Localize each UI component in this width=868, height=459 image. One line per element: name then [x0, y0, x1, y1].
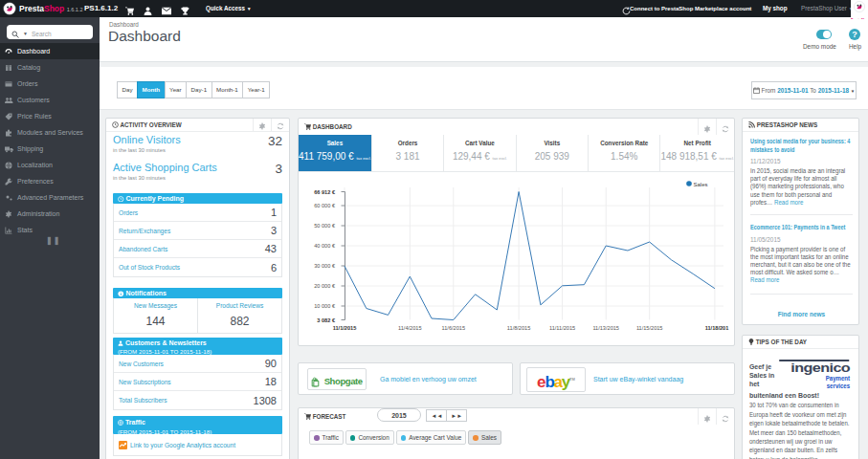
svg-text:3 082 €: 3 082 €	[317, 317, 336, 323]
svg-text:11/15/2015: 11/15/2015	[636, 325, 663, 331]
svg-text:40 000 €: 40 000 €	[314, 243, 336, 249]
svg-text:11/11/2015: 11/11/2015	[549, 325, 575, 331]
svg-text:11/4/2015: 11/4/2015	[398, 325, 421, 331]
svg-text:60 000 €: 60 000 €	[314, 203, 336, 208]
svg-text:11/1/2015: 11/1/2015	[333, 325, 357, 331]
svg-text:11/8/2015: 11/8/2015	[507, 325, 530, 331]
svg-text:11/18/201: 11/18/201	[705, 325, 729, 331]
svg-text:11/13/2015: 11/13/2015	[592, 325, 619, 331]
svg-text:11/6/2015: 11/6/2015	[442, 325, 465, 331]
svg-text:66 912 €: 66 912 €	[314, 189, 336, 195]
svg-text:10 000 €: 10 000 €	[314, 303, 336, 309]
svg-text:50 000 €: 50 000 €	[314, 223, 336, 229]
svg-text:30 000 €: 30 000 €	[314, 263, 336, 269]
svg-text:20 000 €: 20 000 €	[314, 283, 336, 289]
svg-text:Sales: Sales	[694, 182, 708, 187]
